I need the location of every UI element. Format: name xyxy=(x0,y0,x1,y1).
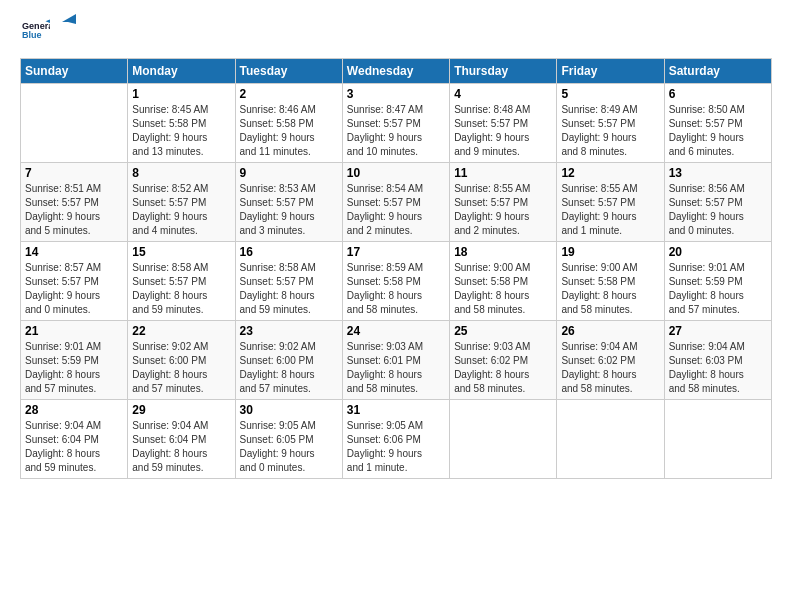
calendar-week-row: 21Sunrise: 9:01 AM Sunset: 5:59 PM Dayli… xyxy=(21,321,772,400)
calendar-cell: 20Sunrise: 9:01 AM Sunset: 5:59 PM Dayli… xyxy=(664,242,771,321)
calendar-cell: 21Sunrise: 9:01 AM Sunset: 5:59 PM Dayli… xyxy=(21,321,128,400)
day-number: 20 xyxy=(669,245,767,259)
calendar-header-saturday: Saturday xyxy=(664,59,771,84)
calendar-cell xyxy=(664,400,771,479)
svg-text:Blue: Blue xyxy=(22,30,42,40)
day-info: Sunrise: 8:49 AM Sunset: 5:57 PM Dayligh… xyxy=(561,103,659,159)
calendar-cell: 9Sunrise: 8:53 AM Sunset: 5:57 PM Daylig… xyxy=(235,163,342,242)
calendar-cell: 24Sunrise: 9:03 AM Sunset: 6:01 PM Dayli… xyxy=(342,321,449,400)
calendar-cell: 8Sunrise: 8:52 AM Sunset: 5:57 PM Daylig… xyxy=(128,163,235,242)
day-number: 5 xyxy=(561,87,659,101)
day-info: Sunrise: 9:00 AM Sunset: 5:58 PM Dayligh… xyxy=(561,261,659,317)
day-number: 16 xyxy=(240,245,338,259)
calendar-cell: 13Sunrise: 8:56 AM Sunset: 5:57 PM Dayli… xyxy=(664,163,771,242)
day-number: 7 xyxy=(25,166,123,180)
calendar-cell: 6Sunrise: 8:50 AM Sunset: 5:57 PM Daylig… xyxy=(664,84,771,163)
day-info: Sunrise: 8:54 AM Sunset: 5:57 PM Dayligh… xyxy=(347,182,445,238)
day-info: Sunrise: 9:00 AM Sunset: 5:58 PM Dayligh… xyxy=(454,261,552,317)
day-info: Sunrise: 9:02 AM Sunset: 6:00 PM Dayligh… xyxy=(132,340,230,396)
calendar-cell: 7Sunrise: 8:51 AM Sunset: 5:57 PM Daylig… xyxy=(21,163,128,242)
day-info: Sunrise: 9:02 AM Sunset: 6:00 PM Dayligh… xyxy=(240,340,338,396)
day-info: Sunrise: 8:55 AM Sunset: 5:57 PM Dayligh… xyxy=(454,182,552,238)
calendar-cell: 18Sunrise: 9:00 AM Sunset: 5:58 PM Dayli… xyxy=(450,242,557,321)
day-number: 28 xyxy=(25,403,123,417)
logo-bird-icon xyxy=(54,12,76,30)
calendar-cell: 14Sunrise: 8:57 AM Sunset: 5:57 PM Dayli… xyxy=(21,242,128,321)
calendar-cell: 12Sunrise: 8:55 AM Sunset: 5:57 PM Dayli… xyxy=(557,163,664,242)
calendar-cell: 11Sunrise: 8:55 AM Sunset: 5:57 PM Dayli… xyxy=(450,163,557,242)
calendar-week-row: 1Sunrise: 8:45 AM Sunset: 5:58 PM Daylig… xyxy=(21,84,772,163)
calendar-header-tuesday: Tuesday xyxy=(235,59,342,84)
calendar-table: SundayMondayTuesdayWednesdayThursdayFrid… xyxy=(20,58,772,479)
day-number: 23 xyxy=(240,324,338,338)
day-info: Sunrise: 9:05 AM Sunset: 6:05 PM Dayligh… xyxy=(240,419,338,475)
calendar-header-friday: Friday xyxy=(557,59,664,84)
day-number: 19 xyxy=(561,245,659,259)
calendar-cell: 23Sunrise: 9:02 AM Sunset: 6:00 PM Dayli… xyxy=(235,321,342,400)
day-number: 31 xyxy=(347,403,445,417)
calendar-header-thursday: Thursday xyxy=(450,59,557,84)
day-info: Sunrise: 9:04 AM Sunset: 6:03 PM Dayligh… xyxy=(669,340,767,396)
calendar-week-row: 28Sunrise: 9:04 AM Sunset: 6:04 PM Dayli… xyxy=(21,400,772,479)
day-info: Sunrise: 8:53 AM Sunset: 5:57 PM Dayligh… xyxy=(240,182,338,238)
calendar-cell: 16Sunrise: 8:58 AM Sunset: 5:57 PM Dayli… xyxy=(235,242,342,321)
day-number: 27 xyxy=(669,324,767,338)
day-info: Sunrise: 8:52 AM Sunset: 5:57 PM Dayligh… xyxy=(132,182,230,238)
day-info: Sunrise: 8:45 AM Sunset: 5:58 PM Dayligh… xyxy=(132,103,230,159)
calendar-cell: 29Sunrise: 9:04 AM Sunset: 6:04 PM Dayli… xyxy=(128,400,235,479)
day-number: 13 xyxy=(669,166,767,180)
day-number: 2 xyxy=(240,87,338,101)
day-number: 10 xyxy=(347,166,445,180)
calendar-cell: 25Sunrise: 9:03 AM Sunset: 6:02 PM Dayli… xyxy=(450,321,557,400)
day-info: Sunrise: 9:01 AM Sunset: 5:59 PM Dayligh… xyxy=(25,340,123,396)
day-number: 15 xyxy=(132,245,230,259)
day-number: 25 xyxy=(454,324,552,338)
calendar-cell: 22Sunrise: 9:02 AM Sunset: 6:00 PM Dayli… xyxy=(128,321,235,400)
day-info: Sunrise: 9:03 AM Sunset: 6:01 PM Dayligh… xyxy=(347,340,445,396)
calendar-cell xyxy=(21,84,128,163)
logo-icon: General Blue xyxy=(22,16,50,44)
day-number: 3 xyxy=(347,87,445,101)
day-number: 24 xyxy=(347,324,445,338)
day-info: Sunrise: 8:55 AM Sunset: 5:57 PM Dayligh… xyxy=(561,182,659,238)
calendar-cell: 2Sunrise: 8:46 AM Sunset: 5:58 PM Daylig… xyxy=(235,84,342,163)
calendar-cell: 17Sunrise: 8:59 AM Sunset: 5:58 PM Dayli… xyxy=(342,242,449,321)
calendar-cell: 27Sunrise: 9:04 AM Sunset: 6:03 PM Dayli… xyxy=(664,321,771,400)
calendar-cell: 19Sunrise: 9:00 AM Sunset: 5:58 PM Dayli… xyxy=(557,242,664,321)
day-number: 29 xyxy=(132,403,230,417)
day-info: Sunrise: 8:47 AM Sunset: 5:57 PM Dayligh… xyxy=(347,103,445,159)
calendar-cell: 26Sunrise: 9:04 AM Sunset: 6:02 PM Dayli… xyxy=(557,321,664,400)
calendar-header-wednesday: Wednesday xyxy=(342,59,449,84)
day-number: 30 xyxy=(240,403,338,417)
day-number: 26 xyxy=(561,324,659,338)
day-info: Sunrise: 9:04 AM Sunset: 6:04 PM Dayligh… xyxy=(132,419,230,475)
day-info: Sunrise: 8:51 AM Sunset: 5:57 PM Dayligh… xyxy=(25,182,123,238)
calendar-week-row: 14Sunrise: 8:57 AM Sunset: 5:57 PM Dayli… xyxy=(21,242,772,321)
calendar-week-row: 7Sunrise: 8:51 AM Sunset: 5:57 PM Daylig… xyxy=(21,163,772,242)
logo: General Blue xyxy=(20,16,76,48)
svg-marker-3 xyxy=(62,14,76,24)
day-number: 18 xyxy=(454,245,552,259)
day-number: 12 xyxy=(561,166,659,180)
day-number: 11 xyxy=(454,166,552,180)
day-info: Sunrise: 8:57 AM Sunset: 5:57 PM Dayligh… xyxy=(25,261,123,317)
day-info: Sunrise: 8:56 AM Sunset: 5:57 PM Dayligh… xyxy=(669,182,767,238)
day-number: 22 xyxy=(132,324,230,338)
day-info: Sunrise: 9:04 AM Sunset: 6:04 PM Dayligh… xyxy=(25,419,123,475)
calendar-cell: 30Sunrise: 9:05 AM Sunset: 6:05 PM Dayli… xyxy=(235,400,342,479)
calendar-cell xyxy=(450,400,557,479)
day-info: Sunrise: 8:48 AM Sunset: 5:57 PM Dayligh… xyxy=(454,103,552,159)
calendar-cell: 28Sunrise: 9:04 AM Sunset: 6:04 PM Dayli… xyxy=(21,400,128,479)
day-number: 9 xyxy=(240,166,338,180)
calendar-cell: 3Sunrise: 8:47 AM Sunset: 5:57 PM Daylig… xyxy=(342,84,449,163)
day-info: Sunrise: 9:04 AM Sunset: 6:02 PM Dayligh… xyxy=(561,340,659,396)
day-number: 8 xyxy=(132,166,230,180)
calendar-cell: 31Sunrise: 9:05 AM Sunset: 6:06 PM Dayli… xyxy=(342,400,449,479)
day-info: Sunrise: 8:50 AM Sunset: 5:57 PM Dayligh… xyxy=(669,103,767,159)
calendar-header-monday: Monday xyxy=(128,59,235,84)
calendar-cell: 4Sunrise: 8:48 AM Sunset: 5:57 PM Daylig… xyxy=(450,84,557,163)
day-number: 4 xyxy=(454,87,552,101)
day-number: 14 xyxy=(25,245,123,259)
day-number: 6 xyxy=(669,87,767,101)
calendar-cell: 1Sunrise: 8:45 AM Sunset: 5:58 PM Daylig… xyxy=(128,84,235,163)
